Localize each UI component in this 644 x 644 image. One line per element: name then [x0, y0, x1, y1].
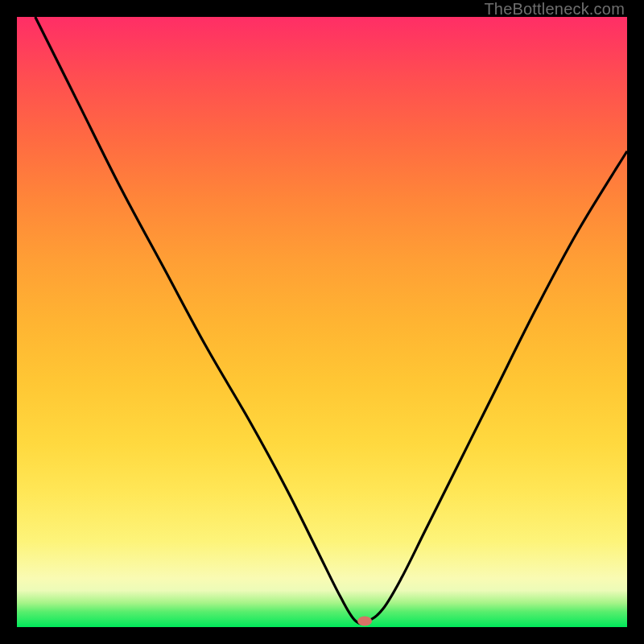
- plot-area: [17, 17, 627, 627]
- curve-svg: [17, 17, 627, 627]
- watermark-text: TheBottleneck.com: [484, 0, 625, 19]
- chart-frame: TheBottleneck.com: [0, 0, 644, 644]
- optimal-point-marker: [357, 616, 372, 625]
- bottleneck-curve: [35, 17, 627, 624]
